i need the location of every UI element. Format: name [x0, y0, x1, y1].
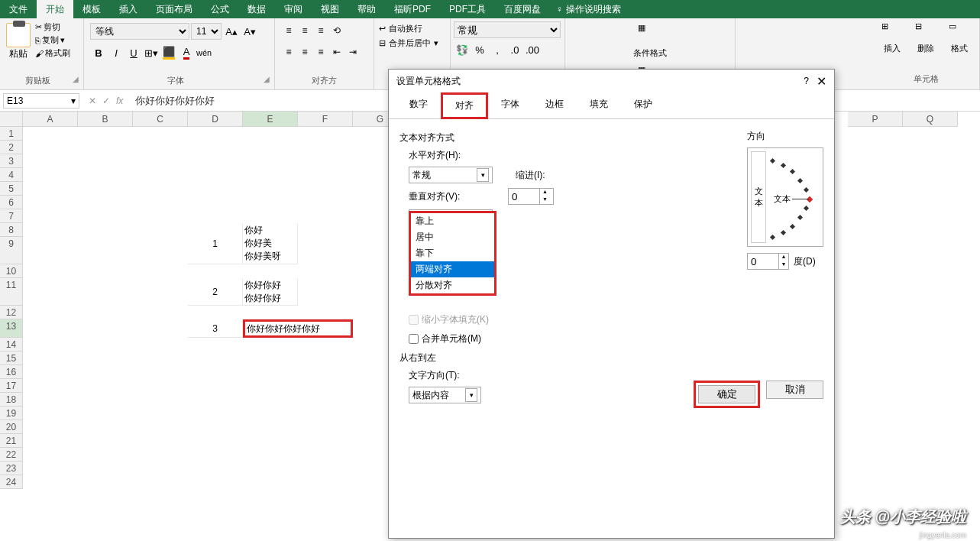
cell-D13[interactable]: 3: [188, 319, 243, 338]
menu-pdftools[interactable]: PDF工具: [440, 0, 495, 19]
font-launcher-icon[interactable]: ◢: [264, 75, 270, 83]
align-right-icon[interactable]: ≡: [313, 44, 328, 60]
italic-button[interactable]: I: [108, 44, 125, 61]
orientation-icon[interactable]: ⟲: [329, 23, 344, 38]
ok-button[interactable]: 确定: [698, 385, 755, 403]
menu-home[interactable]: 开始: [37, 0, 73, 19]
row-header-3[interactable]: 3: [0, 154, 23, 168]
row-header-7[interactable]: 7: [0, 209, 23, 223]
row-header-11[interactable]: 11: [0, 278, 23, 306]
col-header-A[interactable]: A: [23, 112, 78, 127]
row-header-13[interactable]: 13: [0, 319, 23, 338]
border-button[interactable]: ⊞▾: [143, 44, 160, 61]
cancel-formula-icon[interactable]: ✕: [89, 96, 96, 106]
row-header-17[interactable]: 17: [0, 379, 23, 393]
row-header-16[interactable]: 16: [0, 365, 23, 379]
cut-button[interactable]: ✂剪切: [35, 21, 70, 33]
menu-view[interactable]: 视图: [312, 0, 348, 19]
cell-E13[interactable]: 你好你好你好你好: [243, 319, 353, 338]
menu-insert[interactable]: 插入: [110, 0, 147, 19]
row-header-22[interactable]: 22: [0, 448, 23, 462]
cell-D11[interactable]: 2: [188, 278, 243, 306]
menu-search[interactable]: ♀ 操作说明搜索: [556, 3, 621, 16]
shrink-checkbox[interactable]: 缩小字体填充(K): [409, 313, 823, 326]
row-header-21[interactable]: 21: [0, 434, 23, 448]
tab-font[interactable]: 字体: [488, 92, 532, 119]
col-header-E[interactable]: E: [243, 112, 298, 127]
copy-button[interactable]: ⎘复制 ▾: [35, 34, 70, 46]
menu-review[interactable]: 审阅: [275, 0, 312, 19]
merge-center-button[interactable]: ⊟合并后居中 ▾: [377, 36, 440, 50]
degree-spinner[interactable]: ▲▼: [747, 253, 789, 270]
tab-alignment[interactable]: 对齐: [441, 92, 488, 119]
increase-decimal-icon[interactable]: .0: [506, 41, 523, 58]
row-header-23[interactable]: 23: [0, 462, 23, 475]
fx-icon[interactable]: fx: [116, 96, 123, 106]
dialog-help-icon[interactable]: ?: [804, 76, 809, 86]
col-header-B[interactable]: B: [78, 112, 133, 127]
col-header-Q[interactable]: Q: [903, 112, 958, 127]
menu-template[interactable]: 模板: [73, 0, 110, 19]
row-header-15[interactable]: 15: [0, 351, 23, 365]
bold-button[interactable]: B: [90, 44, 107, 61]
row-header-14[interactable]: 14: [0, 338, 23, 351]
v-align-option-top[interactable]: 靠上: [411, 213, 494, 229]
fill-color-button[interactable]: ⬛: [160, 44, 177, 61]
row-header-4[interactable]: 4: [0, 168, 23, 182]
increase-font-icon[interactable]: A▴: [223, 23, 240, 40]
col-header-P[interactable]: P: [848, 112, 903, 127]
direction-select[interactable]: 根据内容 ▾: [409, 387, 481, 403]
font-size-select[interactable]: 11: [191, 23, 222, 40]
row-header-12[interactable]: 12: [0, 306, 23, 319]
row-header-5[interactable]: 5: [0, 182, 23, 196]
menu-formula[interactable]: 公式: [202, 0, 238, 19]
orientation-diagram[interactable]: 文本 文本: [747, 147, 823, 247]
align-top-icon[interactable]: ≡: [281, 23, 296, 38]
col-header-C[interactable]: C: [133, 112, 188, 127]
row-header-8[interactable]: 8: [0, 223, 23, 237]
row-header-18[interactable]: 18: [0, 393, 23, 407]
row-header-1[interactable]: 1: [0, 127, 23, 141]
cell-E9[interactable]: 你好 你好美 你好美呀: [243, 223, 298, 264]
v-align-option-center[interactable]: 居中: [411, 229, 494, 245]
v-align-option-justify[interactable]: 两端对齐: [411, 261, 494, 277]
indent-increase-icon[interactable]: ⇥: [345, 44, 361, 60]
font-name-select[interactable]: 等线: [90, 23, 189, 40]
indent-decrease-icon[interactable]: ⇤: [329, 44, 344, 60]
name-box-dropdown-icon[interactable]: ▾: [71, 96, 76, 106]
row-header-24[interactable]: 24: [0, 475, 23, 489]
delete-cells-button[interactable]: ⊟删除: [909, 21, 943, 54]
v-align-option-distributed[interactable]: 分散对齐: [411, 277, 494, 293]
cancel-button[interactable]: 取消: [766, 381, 823, 399]
underline-button[interactable]: U: [125, 44, 142, 61]
conditional-format-button[interactable]: ▦ 条件格式: [568, 20, 732, 62]
tab-protection[interactable]: 保护: [621, 92, 665, 119]
align-left-icon[interactable]: ≡: [281, 44, 296, 60]
col-header-D[interactable]: D: [188, 112, 243, 127]
menu-file[interactable]: 文件: [0, 0, 37, 19]
tab-fill[interactable]: 填充: [577, 92, 621, 119]
tab-border[interactable]: 边框: [532, 92, 577, 119]
comma-icon[interactable]: ,: [489, 41, 506, 58]
menu-layout[interactable]: 页面布局: [147, 0, 202, 19]
h-align-select[interactable]: 常规 ▾: [409, 167, 493, 183]
name-box[interactable]: E13 ▾: [3, 93, 79, 109]
phonetic-button[interactable]: wén: [196, 44, 212, 61]
row-header-9[interactable]: 9: [0, 237, 23, 264]
row-header-2[interactable]: 2: [0, 141, 23, 154]
row-header-10[interactable]: 10: [0, 264, 23, 278]
v-align-option-bottom[interactable]: 靠下: [411, 245, 494, 261]
align-middle-icon[interactable]: ≡: [297, 23, 312, 38]
merge-checkbox[interactable]: 合并单元格(M): [409, 332, 823, 345]
clipboard-launcher-icon[interactable]: ◢: [73, 75, 79, 83]
indent-spinner[interactable]: ▲▼: [508, 188, 554, 205]
paste-button[interactable]: 粘贴: [3, 20, 34, 63]
spinner-up-icon[interactable]: ▲: [539, 189, 550, 196]
confirm-formula-icon[interactable]: ✓: [102, 96, 110, 106]
spinner-down-icon[interactable]: ▼: [539, 196, 550, 204]
format-painter-button[interactable]: 🖌格式刷: [35, 47, 70, 59]
row-header-6[interactable]: 6: [0, 196, 23, 209]
menu-baidu[interactable]: 百度网盘: [495, 0, 550, 19]
vertical-text-button[interactable]: 文本: [751, 151, 766, 243]
row-header-19[interactable]: 19: [0, 407, 23, 420]
